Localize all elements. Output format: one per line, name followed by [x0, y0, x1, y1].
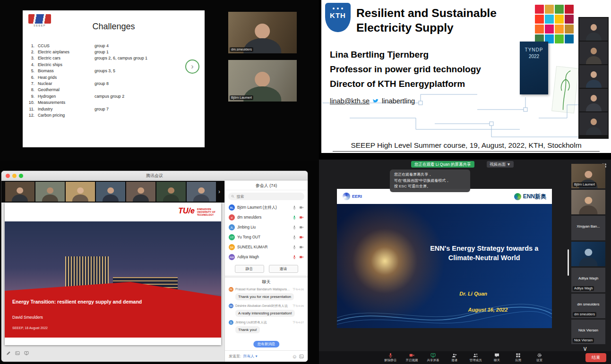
camera-off-icon	[409, 353, 414, 358]
image-attach-icon[interactable]	[299, 354, 304, 359]
screen-share-icon[interactable]	[24, 351, 29, 356]
gallery-video[interactable]	[126, 182, 155, 202]
participant-video[interactable]	[579, 112, 608, 135]
participant-row[interactable]: YT Yu Tong OUT	[225, 232, 308, 242]
participant-video[interactable]	[579, 65, 608, 88]
participant-video[interactable]	[579, 42, 608, 64]
tencent-meeting-screenshot: 您正在观看 Li Quan 的屏幕共享 视频画面 ▼ 您正在观看屏幕共享， 可在…	[319, 160, 611, 364]
message-sender: Jinbing Liu对所有人说	[235, 320, 291, 325]
participant-video[interactable]	[571, 242, 605, 266]
participant-name-card[interactable]: dm smeulders dm smeulders	[571, 294, 605, 318]
speaker-name: Lina Bertling Tjernberg	[330, 47, 481, 62]
message-text: A really interesting presentation!	[235, 310, 295, 317]
image-icon[interactable]	[15, 351, 20, 356]
pen-icon[interactable]	[6, 351, 11, 356]
sidebar-scrollbar[interactable]	[568, 249, 569, 276]
participants-strip	[578, 17, 609, 139]
avatar: PK	[229, 287, 233, 292]
chat-button[interactable]: 聊天	[490, 353, 504, 363]
manage-members-button[interactable]: 管理成员	[469, 353, 483, 363]
unmute-button[interactable]: 解除静音	[384, 353, 398, 363]
sdg-tile	[545, 5, 554, 14]
search-input[interactable]	[236, 195, 301, 199]
participant-video-bjorn-laumert[interactable]: Björn Laumert	[228, 60, 297, 102]
gallery-video[interactable]	[5, 182, 34, 202]
speaker-role-2: Director of KTH Energyplatform	[330, 76, 481, 91]
participant-row[interactable]: BL Björn Laumert (主持人)	[225, 203, 308, 212]
participants-header: 参会人 (74)	[225, 181, 308, 190]
participant-video[interactable]	[571, 190, 605, 214]
challenge-item: 7.Nucleargroup 8	[26, 80, 202, 86]
avatar: DA	[229, 304, 233, 308]
camera-icon	[299, 245, 304, 249]
invite-button[interactable]: 邀请	[447, 353, 462, 363]
meeting-window-screenshot: 腾讯会议 › TU/e	[0, 161, 319, 364]
participant-video-dm-smeulders[interactable]: dm.smeulders	[228, 12, 297, 53]
screen-share-icon	[430, 353, 436, 358]
slide-title: ENN's Energy Strategy towards a Climate-…	[423, 244, 545, 262]
slide-date: SEEEP, 18 August 2022	[12, 326, 48, 330]
chat-message: DA Désirée Abubakar-Gerald对所有人说 下午4:06 A…	[229, 304, 304, 317]
avatar: JL	[229, 320, 233, 325]
mute-button[interactable]: 静音	[235, 265, 264, 273]
participant-name-card[interactable]: Nick Viersen Nick Viersen	[571, 320, 605, 344]
participant-row[interactable]: JL Jinbing Liu	[225, 222, 308, 232]
gallery-next-icon[interactable]: ›	[218, 188, 220, 195]
apps-button[interactable]: 应用	[511, 353, 525, 363]
send-to-selector[interactable]: 所有人 ▾	[243, 354, 257, 359]
zoom-screenshot-challenges: SEEEP Challenges 1.CCUSgroup 4 2.Electri…	[0, 0, 319, 161]
sdg-tile	[555, 15, 564, 24]
gallery-video[interactable]	[156, 182, 186, 202]
gallery-video[interactable]	[96, 182, 125, 202]
challenge-item: 6.Heat grids	[26, 74, 202, 80]
participants-sidebar: Björn Laumert Xingyan Ban... Aditya Wagh…	[571, 164, 605, 348]
eeri-logo: EERI	[343, 193, 362, 200]
participant-row[interactable]: SK SUNEEL KUMAR	[225, 242, 308, 252]
avatar: BL	[229, 204, 235, 211]
challenge-item: 12.Carbon pricing	[26, 112, 202, 118]
invite-button[interactable]: 邀请	[269, 265, 298, 273]
end-meeting-button[interactable]: 结束	[585, 353, 606, 362]
speaker-role-1: Professor in power grid technology	[330, 62, 481, 76]
participant-name-card[interactable]: Xingyan Ban...	[571, 216, 605, 240]
challenge-item: 4.Electric ships	[26, 61, 202, 68]
settings-button[interactable]: 设置	[533, 353, 547, 363]
window-titlebar[interactable]: 腾讯会议	[1, 171, 308, 180]
gallery-video[interactable]	[187, 182, 216, 202]
kth-crowns-graphic	[337, 8, 339, 9]
camera-icon	[299, 225, 304, 229]
message-time: 下午4:07	[293, 321, 304, 325]
sdg-tile	[565, 34, 574, 43]
message-time: 下午4:06	[293, 304, 304, 308]
chat-message: JL Jinbing Liu对所有人说 下午4:07 Thank you!	[229, 320, 304, 333]
participant-video[interactable]: Björn Laumert	[571, 164, 605, 188]
meeting-collage: SEEEP Challenges 1.CCUSgroup 4 2.Electri…	[0, 0, 611, 364]
participant-actions: 静音 邀请	[225, 265, 308, 273]
gallery-video[interactable]	[35, 182, 65, 202]
new-message-notice[interactable]: 您有新消息	[253, 341, 280, 347]
factsheet-card	[551, 66, 579, 113]
next-slide-button[interactable]: ›	[185, 59, 199, 74]
gallery-video[interactable]	[66, 182, 95, 202]
meeting-toolbar: 解除静音 开启视频 共享屏幕 邀请 管理成员 聊天	[319, 351, 611, 364]
emoji-icon[interactable]: ☺	[292, 354, 297, 359]
view-mode-dropdown[interactable]: 视频画面 ▼	[487, 161, 514, 168]
mic-icon	[292, 245, 297, 249]
twitter-icon	[372, 98, 379, 104]
camera-icon	[299, 205, 304, 210]
search-box[interactable]	[228, 193, 304, 200]
participant-name-card[interactable]: Aditya Wagh Aditya Wagh	[571, 268, 605, 292]
send-to-label: 发送至:	[229, 354, 241, 359]
enn-logo: ENN新奥	[514, 193, 546, 201]
tooltip: 您正在观看屏幕共享， 可在“视频画面”中切换观看模式， 按 ESC 可退出全屏。	[390, 169, 470, 192]
avatar: d	[229, 214, 235, 220]
participant-video[interactable]	[579, 18, 608, 41]
participant-video[interactable]	[579, 89, 608, 111]
start-video-button[interactable]: 开启视频	[405, 353, 419, 363]
sdg-tile	[545, 15, 554, 24]
challenge-item: 10.Measurements	[26, 100, 202, 106]
participant-row[interactable]: AW Aditya Wagh	[225, 252, 308, 262]
apps-grid-icon	[516, 353, 521, 358]
share-screen-button[interactable]: 共享屏幕	[426, 353, 440, 363]
participant-row[interactable]: d dm smeulders	[225, 212, 308, 222]
